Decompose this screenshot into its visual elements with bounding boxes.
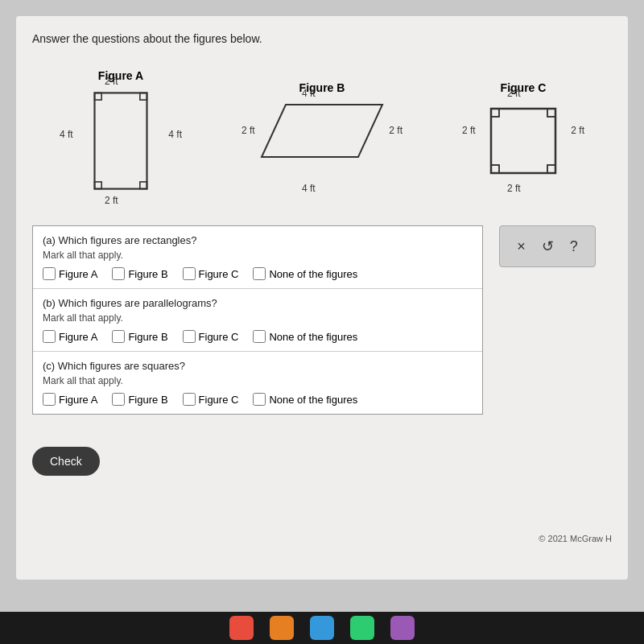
svg-rect-1 bbox=[95, 93, 102, 100]
qc-figA-checkbox[interactable] bbox=[43, 393, 56, 406]
qb-figC-checkbox[interactable] bbox=[183, 330, 196, 343]
figures-row: Figure A 2 ft 4 ft bbox=[32, 61, 612, 201]
qb-none-label[interactable]: None of the figures bbox=[253, 330, 357, 343]
svg-marker-5 bbox=[262, 105, 382, 157]
refresh-button[interactable]: ↺ bbox=[540, 236, 555, 257]
qa-figC-text: Figure C bbox=[199, 268, 239, 280]
taskbar-item-red[interactable] bbox=[229, 616, 254, 640]
svg-rect-2 bbox=[140, 93, 147, 100]
fig-b-bottom-dim: 4 ft bbox=[302, 183, 316, 194]
fig-a-bottom-dim: 2 ft bbox=[105, 195, 118, 206]
qb-figC-text: Figure C bbox=[199, 331, 239, 343]
qc-none-text: None of the figures bbox=[269, 394, 357, 406]
qb-figB-checkbox[interactable] bbox=[112, 330, 125, 343]
qb-figC-label[interactable]: Figure C bbox=[183, 330, 239, 343]
question-b-sub: Mark all that apply. bbox=[43, 312, 473, 324]
qa-figB-label[interactable]: Figure B bbox=[112, 267, 167, 280]
fig-a-right-dim: 4 ft bbox=[168, 129, 182, 140]
fig-a-left-dim: 4 ft bbox=[60, 129, 73, 140]
qa-figA-checkbox[interactable] bbox=[43, 267, 56, 280]
question-b-section: (b) Which figures are parallelograms? Ma… bbox=[33, 289, 482, 352]
qc-figA-label[interactable]: Figure A bbox=[43, 393, 97, 406]
close-button[interactable]: × bbox=[515, 237, 527, 257]
question-c-section: (c) Which figures are squares? Mark all … bbox=[33, 352, 482, 414]
qb-figB-label[interactable]: Figure B bbox=[112, 330, 167, 343]
fig-c-right-dim: 2 ft bbox=[571, 125, 584, 136]
svg-rect-4 bbox=[140, 182, 147, 189]
qc-figC-label[interactable]: Figure C bbox=[183, 393, 239, 406]
question-c-sub: Mark all that apply. bbox=[43, 375, 473, 386]
question-c-checkboxes: Figure A Figure B Figure C None of the f… bbox=[43, 393, 473, 406]
fig-c-bottom-dim: 2 ft bbox=[507, 183, 521, 194]
svg-rect-8 bbox=[547, 109, 555, 117]
qa-none-text: None of the figures bbox=[269, 268, 357, 280]
qc-figB-checkbox[interactable] bbox=[112, 393, 125, 406]
qb-figA-text: Figure A bbox=[59, 331, 97, 343]
qc-figB-text: Figure B bbox=[128, 394, 167, 406]
figure-c-wrapper: 2 ft 2 ft 2 ft 2 ft bbox=[483, 101, 564, 181]
qb-none-text: None of the figures bbox=[269, 331, 357, 343]
questions-box: (a) Which figures are rectangles? Mark a… bbox=[32, 225, 483, 415]
qa-figA-label[interactable]: Figure A bbox=[43, 267, 97, 280]
svg-rect-0 bbox=[95, 93, 147, 188]
question-a-text: (a) Which figures are rectangles? bbox=[43, 234, 473, 246]
qa-none-checkbox[interactable] bbox=[253, 267, 266, 280]
qc-figA-text: Figure A bbox=[59, 394, 97, 406]
qa-figB-checkbox[interactable] bbox=[112, 267, 125, 280]
svg-rect-10 bbox=[547, 165, 555, 173]
question-a-sub: Mark all that apply. bbox=[43, 250, 473, 261]
fig-c-left-dim: 2 ft bbox=[462, 125, 476, 136]
fig-c-top-dim: 2 ft bbox=[507, 88, 521, 99]
question-b-text: (b) Which figures are parallelograms? bbox=[43, 297, 473, 309]
qa-none-label[interactable]: None of the figures bbox=[253, 267, 357, 280]
question-b-checkboxes: Figure A Figure B Figure C None of the f… bbox=[43, 330, 473, 343]
figure-a-svg bbox=[80, 89, 161, 193]
figure-b-container: Figure B 4 ft 2 ft 2 ft 4 ft bbox=[258, 81, 386, 181]
qb-none-checkbox[interactable] bbox=[253, 330, 266, 343]
fig-b-top-dim: 4 ft bbox=[302, 88, 316, 99]
figure-a-wrapper: 2 ft 4 ft 4 ft 2 ft bbox=[80, 89, 161, 193]
qb-figA-label[interactable]: Figure A bbox=[43, 330, 97, 343]
figure-b-wrapper: 4 ft 2 ft 2 ft 4 ft bbox=[258, 101, 386, 181]
questions-area: (a) Which figures are rectangles? Mark a… bbox=[32, 225, 612, 415]
qa-figC-checkbox[interactable] bbox=[183, 267, 196, 280]
svg-rect-3 bbox=[95, 182, 102, 189]
svg-rect-6 bbox=[491, 109, 555, 173]
question-c-text: (c) Which figures are squares? bbox=[43, 360, 473, 372]
qa-figC-label[interactable]: Figure C bbox=[183, 267, 239, 280]
figure-c-svg bbox=[483, 101, 564, 181]
fig-a-top-dim: 2 ft bbox=[105, 76, 118, 87]
qa-figA-text: Figure A bbox=[59, 268, 97, 280]
fig-b-right-dim: 2 ft bbox=[389, 125, 402, 136]
check-button[interactable]: Check bbox=[32, 447, 100, 476]
instruction-text: Answer the questions about the figures b… bbox=[32, 32, 612, 45]
qa-figB-text: Figure B bbox=[128, 268, 167, 280]
question-a-checkboxes: Figure A Figure B Figure C None of the f… bbox=[43, 267, 473, 280]
svg-rect-7 bbox=[491, 109, 499, 117]
taskbar-item-purple[interactable] bbox=[390, 616, 415, 640]
main-content: Answer the questions about the figures b… bbox=[16, 16, 628, 580]
taskbar-item-green[interactable] bbox=[350, 616, 374, 640]
figure-b-svg bbox=[258, 101, 386, 165]
qc-none-label[interactable]: None of the figures bbox=[253, 393, 357, 406]
fig-b-left-dim: 2 ft bbox=[242, 125, 255, 136]
taskbar-item-orange[interactable] bbox=[270, 616, 294, 640]
qc-figB-label[interactable]: Figure B bbox=[112, 393, 167, 406]
figure-a-container: Figure A 2 ft 4 ft bbox=[80, 69, 161, 193]
qc-figC-checkbox[interactable] bbox=[183, 393, 196, 406]
help-button[interactable]: ? bbox=[568, 237, 580, 257]
question-a-section: (a) Which figures are rectangles? Mark a… bbox=[33, 226, 482, 289]
taskbar bbox=[0, 612, 644, 644]
qb-figA-checkbox[interactable] bbox=[43, 330, 56, 343]
qc-figC-text: Figure C bbox=[199, 394, 239, 406]
taskbar-item-blue[interactable] bbox=[310, 616, 334, 640]
figure-c-container: Figure C 2 ft 2 ft 2 ft 2 ft bbox=[483, 81, 564, 181]
side-buttons-panel: × ↺ ? bbox=[499, 225, 596, 267]
qb-figB-text: Figure B bbox=[128, 331, 167, 343]
qc-none-checkbox[interactable] bbox=[253, 393, 266, 406]
svg-rect-9 bbox=[491, 165, 499, 173]
copyright-text: © 2021 McGraw H bbox=[539, 534, 612, 543]
